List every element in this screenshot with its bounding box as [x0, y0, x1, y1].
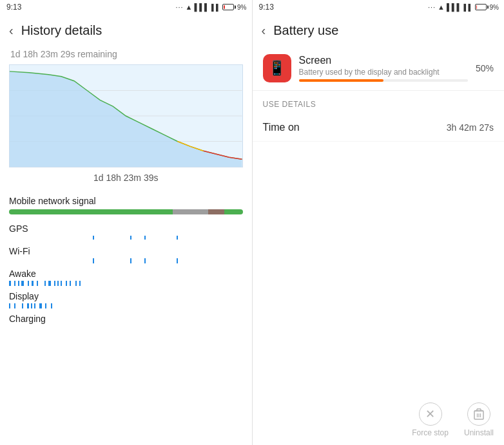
history-details-header: ‹ History details	[0, 14, 252, 46]
gps-label: GPS	[9, 223, 243, 234]
battery-percent-left: 9%	[237, 4, 246, 11]
chart-duration-label: 1d 18h 23m 39s	[0, 167, 252, 191]
charging-label: Charging	[9, 314, 243, 324]
battery-chart	[9, 64, 243, 167]
footer-buttons: ✕ Force stop Uninstall	[253, 395, 505, 445]
app-info: Screen Battery used by the display and b…	[299, 55, 468, 82]
back-button-left[interactable]: ‹	[9, 23, 14, 38]
display-label: Display	[9, 291, 243, 301]
history-details-panel: 9:13 ··· ▲ ▌▌▌ ▌▌ 9% ‹ History details 1…	[0, 0, 253, 445]
battery-app-row[interactable]: 📱 Screen Battery used by the display and…	[253, 46, 505, 91]
app-description: Battery used by the display and backligh…	[299, 68, 468, 77]
battery-indicator-right: 9%	[475, 4, 499, 11]
signal-icon: ···	[175, 3, 183, 11]
time-right: 9:13	[259, 3, 274, 12]
force-stop-button[interactable]: ✕ Force stop	[412, 402, 449, 437]
app-icon: 📱	[263, 54, 291, 82]
history-details-title: History details	[21, 23, 102, 38]
status-bar-left: 9:13 ··· ▲ ▌▌▌ ▌▌ 9%	[0, 0, 252, 14]
uninstall-label: Uninstall	[464, 428, 494, 437]
battery-percent-right: 9%	[490, 4, 499, 11]
status-bar-right: 9:13 ··· ▲ ▌▌▌ ▌▌ 9%	[253, 0, 505, 14]
app-progress-fill	[299, 79, 383, 82]
back-button-right[interactable]: ‹	[262, 23, 266, 38]
time-on-value: 3h 42m 27s	[447, 122, 494, 133]
battery-indicator-left: 9%	[222, 4, 246, 11]
signal-icon-r: ···	[428, 3, 436, 11]
wifi-icon-r: ▲	[438, 3, 445, 11]
use-details-header: USE DETAILS	[253, 91, 505, 114]
display-bar	[9, 303, 243, 308]
mobile-network-section: Mobile network signal	[0, 191, 252, 220]
wifi-label: Wi-Fi	[9, 246, 243, 256]
screen-icon: 📱	[268, 60, 286, 77]
bars-icon: ▌▌▌	[194, 3, 209, 11]
app-percent: 50%	[476, 63, 494, 73]
remaining-time: 1d 18h 23m 29s remaining	[0, 46, 252, 64]
awake-row: Awake	[9, 269, 243, 286]
app-progress-bar	[299, 79, 468, 82]
uninstall-icon	[467, 402, 490, 426]
wifi-icon: ▲	[186, 3, 193, 11]
battery-use-header: ‹ Battery use	[253, 14, 505, 46]
charging-row: Charging	[9, 314, 243, 331]
time-on-row: Time on 3h 42m 27s	[253, 114, 505, 142]
app-name: Screen	[299, 55, 468, 66]
force-stop-icon: ✕	[419, 402, 442, 426]
activity-section: GPS Wi-Fi Awake	[0, 220, 252, 335]
uninstall-button[interactable]: Uninstall	[464, 402, 494, 437]
gps-bar	[9, 236, 243, 241]
sim-icon: ▌▌	[211, 4, 220, 11]
mobile-network-label: Mobile network signal	[9, 196, 243, 206]
battery-use-panel: 9:13 ··· ▲ ▌▌▌ ▌▌ 9% ‹ Battery use 📱 Scr…	[253, 0, 505, 445]
battery-use-title: Battery use	[273, 23, 338, 38]
awake-label: Awake	[9, 269, 243, 279]
wifi-bar	[9, 258, 243, 263]
display-row: Display	[9, 291, 243, 308]
mobile-network-bar	[9, 209, 243, 214]
sim-icon-r: ▌▌	[463, 4, 472, 11]
time-left: 9:13	[6, 3, 21, 12]
awake-bar	[9, 281, 243, 286]
time-on-label: Time on	[263, 122, 300, 133]
bars-icon-r: ▌▌▌	[447, 3, 461, 11]
force-stop-label: Force stop	[412, 428, 449, 437]
wifi-row: Wi-Fi	[9, 246, 243, 263]
svg-marker-3	[10, 71, 242, 167]
gps-row: GPS	[9, 223, 243, 241]
